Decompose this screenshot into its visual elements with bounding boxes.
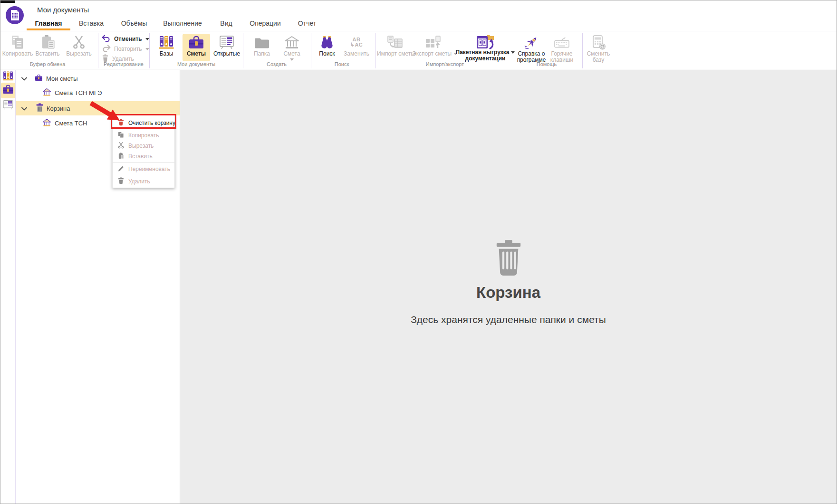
- tab-operacii[interactable]: Операции: [246, 17, 284, 30]
- scissors-icon: [118, 142, 124, 150]
- trash-icon: [36, 103, 44, 114]
- cut-button[interactable]: Вырезать: [62, 34, 96, 61]
- rocket-icon: [516, 34, 547, 51]
- window-edge-decoration: [0, 0, 15, 3]
- new-folder-button[interactable]: Папка: [246, 34, 278, 61]
- app-logo: [5, 6, 24, 25]
- spreadsheet-logo-icon: [5, 18, 24, 26]
- calculator-refresh-icon: [583, 34, 614, 51]
- opened-documents-icon: [2, 100, 14, 112]
- estimate-house-icon: [276, 34, 308, 51]
- import-icon: [377, 34, 413, 51]
- paste-button[interactable]: Вставить: [32, 34, 63, 61]
- menu-separator: [113, 162, 174, 163]
- chevron-down-icon[interactable]: [21, 105, 27, 112]
- keyboard-icon: [546, 34, 577, 51]
- copy-icon: [1, 34, 34, 51]
- application-window: Мои документы Главная Вставка Объёмы Вып…: [0, 0, 837, 504]
- opened-button[interactable]: Открытые: [211, 34, 242, 61]
- ribbon-divider: [582, 33, 583, 68]
- group-label-my-documents: Мои документы: [163, 61, 230, 67]
- undo-button[interactable]: Отменить: [102, 34, 147, 44]
- paste-icon: [118, 152, 124, 161]
- hotkeys-button[interactable]: Горячие клавиши: [546, 34, 577, 61]
- trash-view-title: Корзина: [180, 284, 837, 302]
- annotation-arrow-icon: [89, 100, 126, 127]
- binoculars-icon: [311, 34, 343, 51]
- strip-bases-button[interactable]: [2, 71, 14, 83]
- scissors-icon: [62, 34, 96, 51]
- search-button[interactable]: Поиск: [311, 34, 343, 61]
- tab-obyomy[interactable]: Объёмы: [116, 17, 152, 30]
- tab-otchet[interactable]: Отчет: [290, 17, 324, 30]
- house-icon: [42, 88, 51, 97]
- menu-item-rename[interactable]: Переименовать: [113, 164, 174, 174]
- batch-export-icon: [453, 34, 518, 49]
- window-title: Мои документы: [37, 6, 89, 14]
- left-icon-strip: [0, 70, 16, 504]
- pencil-icon: [118, 165, 124, 173]
- replace-ab-ac-icon: AB ↳AC: [341, 34, 372, 51]
- dropdown-caret-icon[interactable]: [290, 58, 294, 61]
- bases-button[interactable]: Базы: [152, 34, 181, 61]
- group-label-create: Создать: [243, 61, 310, 67]
- group-label-import-export: Импорт/экспорт: [412, 61, 478, 67]
- tree-item-my-estimates[interactable]: Мои сметы: [16, 72, 180, 85]
- binders-icon: [2, 71, 14, 83]
- opened-documents-icon: [211, 34, 242, 51]
- briefcase-icon: [35, 74, 43, 83]
- copy-button[interactable]: Копировать: [1, 34, 34, 61]
- menu-item-paste[interactable]: Вставить: [113, 151, 174, 162]
- dropdown-caret-icon[interactable]: [511, 51, 515, 54]
- tab-glavnaya[interactable]: Главная: [27, 17, 70, 30]
- estimates-button[interactable]: Сметы: [183, 34, 210, 61]
- ribbon-divider: [375, 33, 375, 68]
- new-estimate-button[interactable]: Смета: [276, 34, 308, 61]
- trash-bin-icon: [494, 240, 523, 279]
- folder-icon: [246, 34, 278, 51]
- menu-item-copy[interactable]: Копировать: [113, 130, 174, 141]
- binders-icon: [152, 34, 181, 51]
- dropdown-caret-icon[interactable]: [145, 48, 149, 50]
- undo-icon: [102, 34, 111, 44]
- group-label-clipboard: Буфер обмена: [14, 61, 81, 67]
- export-icon: [412, 34, 453, 51]
- copy-icon: [118, 132, 124, 140]
- export-estimate-button[interactable]: Экспорт сметы: [412, 34, 453, 61]
- menu-item-cut[interactable]: Вырезать: [113, 141, 174, 151]
- briefcase-icon: [2, 84, 14, 96]
- trash-icon: [118, 177, 124, 186]
- tab-vstavka[interactable]: Вставка: [73, 17, 109, 30]
- ribbon: Копировать Вставить: [0, 31, 837, 69]
- tab-vid[interactable]: Вид: [213, 17, 240, 30]
- batch-export-button[interactable]: Пакетная выгрузка документации: [453, 34, 518, 61]
- strip-opened-button[interactable]: [2, 100, 14, 112]
- group-label-search: Поиск: [308, 61, 375, 67]
- tree-item-estimate-tsn-mge[interactable]: Смета ТСН МГЭ: [16, 86, 180, 99]
- menu-item-delete[interactable]: Удалить: [113, 176, 174, 187]
- change-base-button[interactable]: Сменить базу: [583, 34, 614, 61]
- dropdown-caret-icon[interactable]: [145, 38, 149, 40]
- redo-button[interactable]: Повторить: [102, 44, 147, 54]
- tab-vypolnenie[interactable]: Выполнение: [161, 17, 204, 30]
- main-content-trash-view: Корзина Здесь хранятся удаленные папки и…: [180, 70, 837, 504]
- trash-view-subtitle: Здесь хранятся удаленные папки и сметы: [180, 314, 837, 325]
- chevron-down-icon[interactable]: [21, 75, 27, 82]
- house-icon: [42, 118, 51, 128]
- strip-estimates-button[interactable]: [2, 85, 14, 96]
- briefcase-icon: [183, 34, 210, 51]
- redo-icon: [102, 44, 111, 54]
- about-button[interactable]: Справка о программе: [516, 34, 547, 61]
- paste-icon: [32, 34, 63, 51]
- group-label-help: Помощь: [513, 61, 580, 67]
- import-estimate-button[interactable]: Импорт сметы: [377, 34, 413, 61]
- replace-button[interactable]: AB ↳AC Заменить: [341, 34, 372, 61]
- group-label-editing: Редактирование: [90, 61, 157, 67]
